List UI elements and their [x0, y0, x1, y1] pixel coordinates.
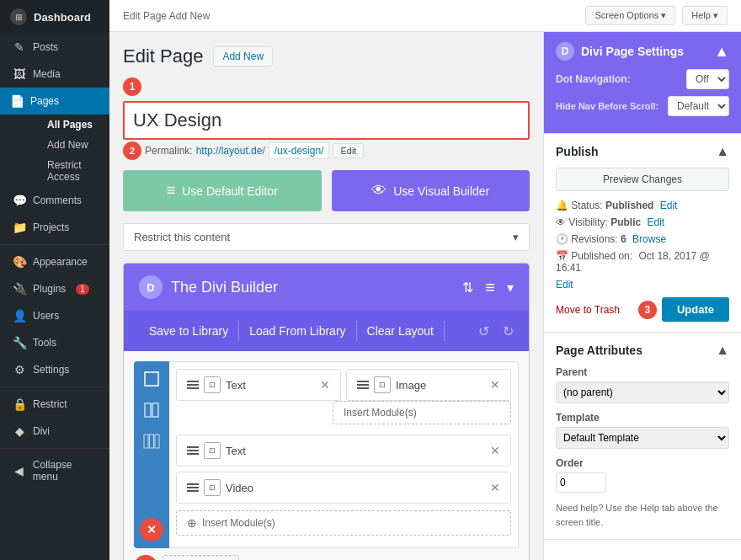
permalink-base-url[interactable]: http://layout.de/: [196, 145, 265, 157]
template-group: Template Default Template: [556, 412, 729, 449]
insert-module-button-2[interactable]: ⊕ Insert Module(s): [176, 510, 511, 536]
parent-select[interactable]: (no parent): [556, 381, 729, 403]
published-edit-link[interactable]: Edit: [556, 279, 573, 291]
preview-changes-button[interactable]: Preview Changes: [556, 168, 729, 191]
add-new-link[interactable]: Add New: [24, 135, 109, 155]
collapse-builder-icon[interactable]: ▾: [507, 280, 514, 296]
text-module-lines-icon: [187, 381, 199, 389]
save-to-library-button[interactable]: Save to Library: [139, 321, 239, 341]
restrict-chevron-icon: ▾: [513, 231, 519, 243]
status-value: Published: [605, 200, 653, 211]
single-col-icon[interactable]: [141, 368, 163, 394]
sidebar-item-settings[interactable]: ⚙ Settings: [0, 356, 109, 383]
pages-icon: 📄: [10, 94, 24, 108]
image-module[interactable]: ⊡ Image ✕: [346, 369, 511, 401]
sidebar-item-restrict[interactable]: 🔒 Restrict: [0, 391, 109, 418]
text-module-2[interactable]: ⊡ Text ✕: [176, 435, 511, 467]
redo-icon[interactable]: ↻: [503, 323, 514, 339]
text-module-2-type-icon: ⊡: [204, 442, 221, 459]
breadcrumb: Edit Page Add New: [123, 10, 210, 22]
revisions-value: 6: [621, 233, 626, 245]
sidebar-item-users[interactable]: 👤 Users: [0, 302, 109, 329]
page-title-input[interactable]: [123, 101, 530, 140]
video-module-type-icon: ⊡: [204, 479, 221, 496]
add-row-delete-icon[interactable]: ✕: [134, 555, 157, 560]
sidebar-item-posts[interactable]: ✎ Posts: [0, 34, 109, 61]
svg-rect-3: [144, 435, 148, 448]
dashboard-menu-item[interactable]: ⊞ Dashboard: [0, 0, 109, 34]
status-edit-link[interactable]: Edit: [660, 200, 678, 211]
help-button[interactable]: Help ▾: [682, 6, 728, 25]
sidebar-item-pages[interactable]: 📄 Pages: [0, 88, 109, 115]
section-body: ⊡ Text ✕ ⊡ Image: [169, 361, 519, 548]
dot-nav-label: Dot Navigation:: [556, 73, 631, 85]
add-new-button[interactable]: Add New: [213, 46, 273, 67]
video-module[interactable]: ⊡ Video ✕: [176, 472, 511, 504]
publish-collapse-icon[interactable]: ▲: [716, 144, 729, 159]
page-attributes-collapse-icon[interactable]: ▲: [716, 343, 729, 358]
text-module-close[interactable]: ✕: [320, 378, 330, 392]
add-row-button[interactable]: ⊕ Add Row: [163, 555, 239, 560]
sidebar-item-media[interactable]: 🖼 Media: [0, 61, 109, 88]
visibility-edit-link[interactable]: Edit: [648, 216, 665, 228]
divi-builder-panel: D The Divi Builder ⇅ ≡ ▾ Save to Library…: [123, 263, 530, 560]
sidebar-item-tools[interactable]: 🔧 Tools: [0, 329, 109, 356]
main-content: Edit Page Add New 1 2 Permalink: http://…: [109, 32, 543, 560]
default-editor-button[interactable]: ≡ Use Default Editor: [123, 170, 322, 211]
insert-module-plus-icon: ⊕: [187, 516, 197, 530]
undo-icon[interactable]: ↺: [478, 323, 489, 339]
clear-layout-button[interactable]: Clear Layout: [357, 321, 445, 341]
template-select[interactable]: Default Template: [556, 427, 729, 449]
all-pages-link[interactable]: All Pages: [24, 115, 109, 135]
page-heading: Edit Page: [123, 45, 203, 67]
sidebar-item-divi[interactable]: ◆ Divi: [0, 418, 109, 445]
image-module-close[interactable]: ✕: [490, 378, 500, 392]
text-module-1[interactable]: ⊡ Text ✕: [176, 369, 341, 401]
text-module-2-close[interactable]: ✕: [490, 444, 500, 457]
edit-permalink-button[interactable]: Edit: [333, 143, 364, 158]
collapse-menu-btn[interactable]: ◀ Collapse menu: [0, 452, 109, 489]
revisions-browse-link[interactable]: Browse: [632, 233, 666, 245]
builder-content-area: ✕ ⊡ Text: [124, 351, 529, 560]
two-col-icon[interactable]: [141, 399, 163, 425]
divi-settings-logo: D: [556, 42, 574, 61]
order-input[interactable]: [556, 472, 606, 493]
visual-builder-button[interactable]: 👁 Use Visual Builder: [332, 170, 530, 211]
order-label: Order: [556, 457, 729, 469]
section-layout-sidebar: ✕: [134, 361, 169, 548]
update-button[interactable]: Update: [662, 297, 729, 322]
sort-icon[interactable]: ⇅: [462, 280, 473, 296]
update-section: 3 Update: [638, 297, 729, 322]
hide-nav-row: Hide Nav Before Scroll: Default On Off: [556, 96, 729, 116]
move-to-trash-link[interactable]: Move to Trash: [556, 304, 620, 316]
divi-header-actions: ⇅ ≡ ▾: [462, 278, 514, 297]
visual-builder-icon: 👁: [371, 182, 386, 200]
parent-label: Parent: [556, 366, 729, 378]
restrict-access-link[interactable]: Restrict Access: [24, 155, 109, 187]
screen-options-button[interactable]: Screen Options ▾: [585, 6, 675, 25]
publish-footer: Move to Trash 3 Update: [556, 297, 729, 322]
pages-submenu: All Pages Add New Restrict Access: [0, 115, 109, 187]
delete-section-button[interactable]: ✕: [140, 518, 163, 541]
visibility-icon: 👁: [556, 216, 566, 228]
svg-rect-0: [145, 372, 158, 386]
sidebar-item-comments[interactable]: 💬 Comments: [0, 187, 109, 214]
divi-settings-collapse-icon[interactable]: ▲: [714, 43, 729, 61]
three-col-icon[interactable]: [141, 430, 163, 456]
video-module-lines-icon: [187, 483, 199, 492]
sidebar-item-appearance[interactable]: 🎨 Appearance: [0, 248, 109, 275]
sidebar-item-plugins[interactable]: 🔌 Plugins 1: [0, 275, 109, 302]
insert-module-button-1[interactable]: Insert Module(s): [333, 401, 511, 424]
hide-nav-select[interactable]: Default On Off: [668, 96, 729, 116]
restrict-content-dropdown[interactable]: Restrict this content ▾: [123, 223, 530, 251]
revisions-row: 🕐 Revisions: 6 Browse: [556, 233, 729, 245]
dot-nav-row: Dot Navigation: Off On: [556, 69, 729, 89]
load-from-library-button[interactable]: Load From Library: [239, 321, 356, 341]
plugins-badge: 1: [76, 284, 89, 295]
sidebar-item-projects[interactable]: 📁 Projects: [0, 214, 109, 241]
visibility-value: Public: [610, 216, 641, 228]
video-module-close[interactable]: ✕: [490, 481, 500, 494]
dot-nav-select[interactable]: Off On: [686, 69, 729, 89]
menu-icon[interactable]: ≡: [485, 278, 495, 297]
main-area: Edit Page Add New Screen Options ▾ Help …: [109, 0, 741, 560]
